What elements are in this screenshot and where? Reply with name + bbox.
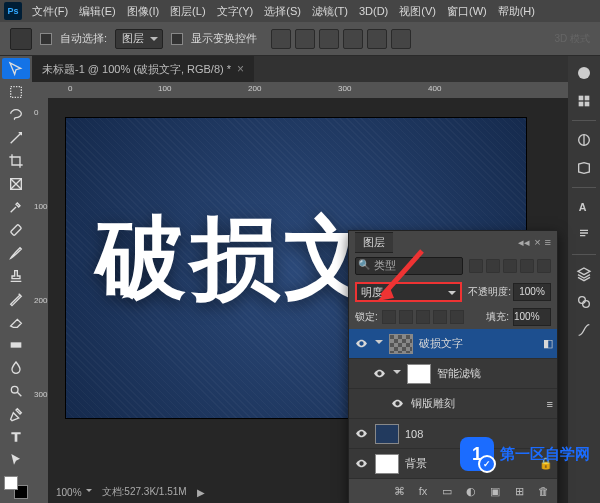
- delete-layer-icon[interactable]: 🗑: [535, 483, 551, 499]
- fill-value[interactable]: 100%: [513, 308, 551, 326]
- align-middle-icon[interactable]: [367, 29, 387, 49]
- wand-tool[interactable]: [2, 127, 30, 148]
- link-layers-icon[interactable]: ⌘: [391, 483, 407, 499]
- layer-style-icon[interactable]: fx: [415, 483, 431, 499]
- align-left-icon[interactable]: [271, 29, 291, 49]
- type-tool[interactable]: [2, 426, 30, 447]
- adjustments-panel-icon[interactable]: [573, 129, 595, 151]
- layer-name[interactable]: 破损文字: [419, 336, 537, 351]
- layer-mask-icon[interactable]: ▭: [439, 483, 455, 499]
- svg-rect-3: [11, 342, 22, 347]
- layers-panel-tab[interactable]: 图层: [355, 232, 393, 253]
- visibility-toggle[interactable]: [353, 426, 369, 442]
- menu-filter[interactable]: 滤镜(T): [307, 2, 353, 21]
- new-layer-icon[interactable]: ⊞: [511, 483, 527, 499]
- crop-tool[interactable]: [2, 150, 30, 171]
- lock-all-icon[interactable]: [450, 310, 464, 324]
- auto-select-target-combo[interactable]: 图层: [115, 29, 163, 49]
- marquee-tool[interactable]: [2, 81, 30, 102]
- opacity-value[interactable]: 100%: [513, 283, 551, 301]
- eraser-tool[interactable]: [2, 311, 30, 332]
- filter-pixel-icon[interactable]: [469, 259, 483, 273]
- menu-view[interactable]: 视图(V): [394, 2, 441, 21]
- heal-tool[interactable]: [2, 219, 30, 240]
- auto-select-checkbox[interactable]: [40, 33, 52, 45]
- paths-panel-icon[interactable]: [573, 319, 595, 341]
- panel-menu-icon[interactable]: ≡: [545, 236, 551, 249]
- character-panel-icon[interactable]: A: [573, 196, 595, 218]
- menu-3d[interactable]: 3D(D): [354, 3, 393, 19]
- expand-icon[interactable]: [375, 340, 383, 348]
- frame-tool[interactable]: [2, 173, 30, 194]
- move-tool[interactable]: [2, 58, 30, 79]
- align-right-icon[interactable]: [319, 29, 339, 49]
- blend-mode-combo[interactable]: 明度: [355, 282, 462, 302]
- layer-row[interactable]: 铜版雕刻 ≡: [349, 389, 557, 419]
- document-tab[interactable]: 未标题-1 @ 100% (破损文字, RGB/8) * ×: [32, 56, 254, 82]
- filter-adjust-icon[interactable]: [486, 259, 500, 273]
- channels-panel-icon[interactable]: [573, 291, 595, 313]
- ruler-vertical: 0 100 200 300: [32, 82, 48, 503]
- lock-pixels-icon[interactable]: [399, 310, 413, 324]
- visibility-toggle[interactable]: [389, 396, 405, 412]
- stamp-tool[interactable]: [2, 265, 30, 286]
- eyedropper-tool[interactable]: [2, 196, 30, 217]
- lock-artboard-icon[interactable]: [433, 310, 447, 324]
- zoom-level[interactable]: 100%: [56, 487, 92, 498]
- panel-collapse-icon[interactable]: ◂◂: [518, 236, 530, 249]
- visibility-toggle[interactable]: [353, 336, 369, 352]
- menu-type[interactable]: 文字(Y): [212, 2, 259, 21]
- dodge-tool[interactable]: [2, 380, 30, 401]
- color-swatches[interactable]: [2, 474, 30, 501]
- foreground-color[interactable]: [4, 476, 18, 490]
- group-icon[interactable]: ▣: [487, 483, 503, 499]
- filter-edit-icon[interactable]: ≡: [547, 398, 553, 410]
- lock-position-icon[interactable]: [416, 310, 430, 324]
- lasso-tool[interactable]: [2, 104, 30, 125]
- styles-panel-icon[interactable]: [573, 157, 595, 179]
- menu-image[interactable]: 图像(I): [122, 2, 164, 21]
- blur-tool[interactable]: [2, 357, 30, 378]
- menu-window[interactable]: 窗口(W): [442, 2, 492, 21]
- brush-tool[interactable]: [2, 242, 30, 263]
- history-brush-tool[interactable]: [2, 288, 30, 309]
- filter-smart-icon[interactable]: [537, 259, 551, 273]
- gradient-tool[interactable]: [2, 334, 30, 355]
- paragraph-panel-icon[interactable]: [573, 224, 595, 246]
- lock-transparency-icon[interactable]: [382, 310, 396, 324]
- filter-shape-icon[interactable]: [520, 259, 534, 273]
- menu-select[interactable]: 选择(S): [259, 2, 306, 21]
- visibility-toggle[interactable]: [371, 366, 387, 382]
- align-top-icon[interactable]: [343, 29, 363, 49]
- align-bottom-icon[interactable]: [391, 29, 411, 49]
- menu-file[interactable]: 文件(F): [27, 2, 73, 21]
- layer-filter-type[interactable]: 类型: [355, 257, 463, 275]
- layer-thumbnail[interactable]: [375, 424, 399, 444]
- align-center-icon[interactable]: [295, 29, 315, 49]
- swatches-panel-icon[interactable]: [573, 90, 595, 112]
- layer-thumbnail[interactable]: [389, 334, 413, 354]
- show-transform-label: 显示变换控件: [191, 31, 257, 46]
- layer-thumbnail[interactable]: [407, 364, 431, 384]
- layer-row[interactable]: 智能滤镜: [349, 359, 557, 389]
- move-tool-preset-icon[interactable]: [10, 28, 32, 50]
- close-tab-icon[interactable]: ×: [237, 62, 244, 76]
- show-transform-checkbox[interactable]: [171, 33, 183, 45]
- color-panel-icon[interactable]: [573, 62, 595, 84]
- pen-tool[interactable]: [2, 403, 30, 424]
- panel-close-icon[interactable]: ×: [534, 236, 540, 249]
- path-select-tool[interactable]: [2, 449, 30, 470]
- layer-name[interactable]: 智能滤镜: [437, 366, 553, 381]
- layer-row[interactable]: 破损文字 ◧: [349, 329, 557, 359]
- layers-panel-icon[interactable]: [573, 263, 595, 285]
- menu-edit[interactable]: 编辑(E): [74, 2, 121, 21]
- expand-icon[interactable]: [393, 370, 401, 378]
- layer-name[interactable]: 铜版雕刻: [411, 396, 541, 411]
- doc-info-arrow-icon[interactable]: ▶: [197, 487, 205, 498]
- filter-type-icon[interactable]: [503, 259, 517, 273]
- menu-help[interactable]: 帮助(H): [493, 2, 540, 21]
- adjustment-layer-icon[interactable]: ◐: [463, 483, 479, 499]
- menu-layer[interactable]: 图层(L): [165, 2, 210, 21]
- layer-thumbnail[interactable]: [375, 454, 399, 474]
- visibility-toggle[interactable]: [353, 456, 369, 472]
